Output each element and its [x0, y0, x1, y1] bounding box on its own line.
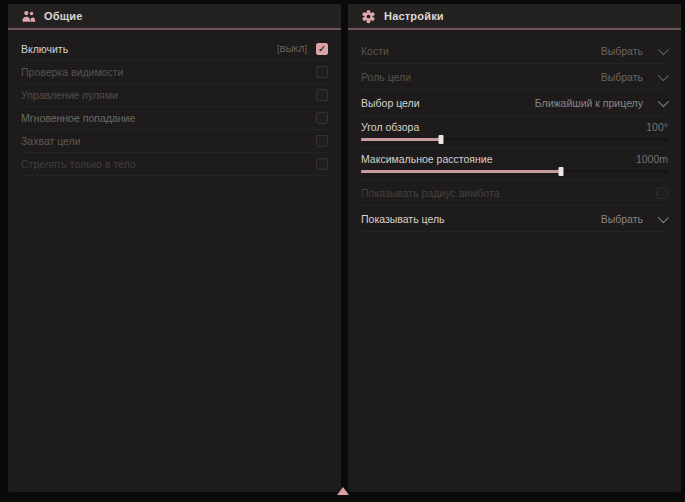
- dropdown-label: Кости: [361, 45, 389, 57]
- slider-row-fov: Угол обзора 100°: [361, 116, 668, 148]
- enable-checkbox[interactable]: ✓: [316, 43, 328, 55]
- fov-slider[interactable]: [361, 138, 668, 141]
- dropdown-label: Показывать цель: [361, 213, 445, 225]
- chevron-down-icon[interactable]: [658, 95, 669, 106]
- aimbot-radius-checkbox[interactable]: ✓: [656, 187, 668, 199]
- instant-hit-checkbox[interactable]: ✓: [316, 112, 328, 124]
- dropdown-value[interactable]: Выбрать: [601, 71, 643, 83]
- slider-thumb[interactable]: [558, 167, 563, 176]
- dropdown-value[interactable]: Выбрать: [601, 213, 643, 225]
- dropdown-label: Роль цели: [361, 71, 411, 83]
- visibility-check-checkbox[interactable]: ✓: [316, 66, 328, 78]
- chevron-down-icon[interactable]: [658, 69, 669, 80]
- slider-row-max-distance: Максимальное расстояние 1000m: [361, 148, 668, 180]
- slider-label: Максимальное расстояние: [361, 153, 492, 165]
- dropdown-row-show-target[interactable]: Показывать цель Выбрать: [361, 206, 668, 232]
- dropdown-row-bones[interactable]: Кости Выбрать: [361, 38, 668, 64]
- settings-rows: Кости Выбрать Роль цели Выбрать Выбор це…: [348, 30, 681, 232]
- chevron-down-icon[interactable]: [658, 211, 669, 222]
- toggle-row-bullet-control[interactable]: Управление пулями ✓: [21, 84, 328, 107]
- panel-title: Общие: [44, 10, 83, 22]
- toggle-row-enable[interactable]: Включить [ВЫКЛ] ✓: [21, 38, 328, 61]
- toggle-label: Показывать радиус аимбота: [361, 187, 500, 199]
- toggle-label: Мгновенное попадание: [21, 112, 135, 124]
- panel-settings-header: Настройки: [348, 4, 681, 30]
- chevron-down-icon[interactable]: [658, 43, 669, 54]
- general-rows: Включить [ВЫКЛ] ✓ Проверка видимости ✓ У…: [8, 30, 341, 176]
- slider-thumb[interactable]: [438, 135, 443, 144]
- slider-fill: [361, 170, 561, 173]
- slider-value: 100°: [646, 121, 668, 133]
- dropdown-value[interactable]: Ближайший к прицелу: [535, 97, 643, 109]
- toggle-row-instant-hit[interactable]: Мгновенное попадание ✓: [21, 107, 328, 130]
- toggle-row-visibility-check[interactable]: Проверка видимости ✓: [21, 61, 328, 84]
- toggle-label: Стрелять только в тело: [21, 158, 136, 170]
- toggle-label: Захват цели: [21, 135, 81, 147]
- panel-title: Настройки: [384, 10, 444, 22]
- panel-general-header: Общие: [8, 4, 341, 30]
- gear-icon: [361, 9, 376, 24]
- scroll-up-indicator: [337, 487, 349, 495]
- slider-label: Угол обзора: [361, 121, 419, 133]
- toggle-row-body-only[interactable]: Стрелять только в тело ✓: [21, 153, 328, 176]
- dropdown-row-target-selection[interactable]: Выбор цели Ближайший к прицелу: [361, 90, 668, 116]
- users-icon: [21, 9, 36, 24]
- body-only-checkbox[interactable]: ✓: [316, 158, 328, 170]
- keybind-label[interactable]: [ВЫКЛ]: [277, 44, 307, 54]
- panel-settings: Настройки Кости Выбрать Роль цели Выбрат…: [348, 4, 681, 492]
- toggle-row-target-lock[interactable]: Захват цели ✓: [21, 130, 328, 153]
- toggle-row-aimbot-radius[interactable]: Показывать радиус аимбота ✓: [361, 180, 668, 206]
- toggle-label: Проверка видимости: [21, 66, 123, 78]
- toggle-label: Включить: [21, 43, 68, 55]
- max-distance-slider[interactable]: [361, 170, 668, 173]
- dropdown-row-target-role[interactable]: Роль цели Выбрать: [361, 64, 668, 90]
- toggle-label: Управление пулями: [21, 89, 118, 101]
- dropdown-label: Выбор цели: [361, 97, 420, 109]
- slider-fill: [361, 138, 441, 141]
- target-lock-checkbox[interactable]: ✓: [316, 135, 328, 147]
- overlay-menu: Общие Включить [ВЫКЛ] ✓ Проверка видимос…: [0, 0, 685, 502]
- bullet-control-checkbox[interactable]: ✓: [316, 89, 328, 101]
- panel-general: Общие Включить [ВЫКЛ] ✓ Проверка видимос…: [8, 4, 341, 492]
- slider-value: 1000m: [636, 153, 668, 165]
- dropdown-value[interactable]: Выбрать: [601, 45, 643, 57]
